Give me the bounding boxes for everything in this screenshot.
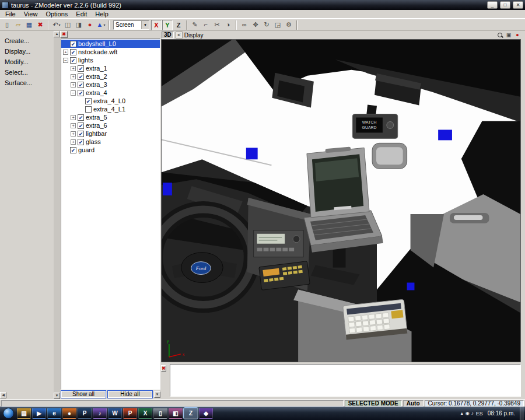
scroll-up-button[interactable]: ▲	[54, 31, 60, 37]
antivirus-tray-icon[interactable]: ◉	[466, 411, 470, 416]
menu-edit[interactable]: Edit	[72, 10, 91, 18]
visibility-checkbox[interactable]	[85, 106, 92, 113]
visibility-checkbox[interactable]: ✔	[78, 65, 84, 72]
visibility-checkbox[interactable]: ✔	[70, 41, 76, 47]
plus-expander-icon[interactable]: +	[71, 123, 76, 128]
clock[interactable]: 08:16 p.m.	[485, 410, 517, 416]
tree-item-extra_4[interactable]: −✔extra_4	[61, 89, 160, 97]
start-button[interactable]	[3, 408, 14, 419]
plus-expander-icon[interactable]: +	[71, 74, 76, 79]
tree-item-nstockade.wft[interactable]: +✔nstockade.wft	[61, 48, 160, 56]
link-icon[interactable]: ∞	[239, 20, 250, 30]
tree-item-bodyshell_L0[interactable]: ✔bodyshell_L0	[61, 40, 160, 48]
rotate-icon[interactable]: ↻	[261, 20, 272, 30]
tree-item-extra_6[interactable]: +✔extra_6	[61, 121, 160, 130]
hidden-icons-chevron[interactable]: ▴	[461, 411, 463, 416]
viewport-canvas[interactable]: WATCH GUARD	[161, 39, 521, 362]
menu-options[interactable]: Options	[41, 10, 72, 18]
delete-icon[interactable]: ✖	[35, 20, 46, 30]
command-display[interactable]: Display...	[0, 46, 54, 57]
open-file-icon[interactable]: ▱	[13, 20, 23, 30]
primitives-icon[interactable]: ▲▾	[96, 20, 106, 30]
command-create[interactable]: Create...	[0, 36, 54, 46]
plus-expander-icon[interactable]: +	[71, 115, 76, 120]
viewport-mode-button[interactable]: 3D	[162, 32, 174, 38]
dropdown-arrow-icon[interactable]: ▾	[59, 23, 61, 27]
scroll-down-button[interactable]: ▼	[54, 393, 60, 399]
tree-item-extra_4_L0[interactable]: ✔extra_4_L0	[61, 97, 160, 105]
taskbar-photoshop-icon[interactable]: P	[78, 408, 92, 419]
plus-expander-icon[interactable]: +	[63, 50, 68, 55]
vertex-edit-icon[interactable]: ✎	[190, 20, 200, 30]
visibility-checkbox[interactable]: ✔	[78, 139, 84, 145]
visibility-checkbox[interactable]: ✔	[70, 57, 76, 64]
tree-item-lightbar[interactable]: +✔lightbar	[61, 130, 160, 138]
plus-expander-icon[interactable]: +	[71, 82, 76, 88]
maximize-button[interactable]: □	[500, 1, 510, 9]
zoom-icon[interactable]	[497, 32, 503, 38]
minimize-button[interactable]: _	[487, 1, 498, 9]
viewport-layout-icon[interactable]: ▣	[505, 32, 512, 38]
tree-item-extra_5[interactable]: +✔extra_5	[61, 113, 160, 121]
measure-icon[interactable]: ⌐	[201, 20, 211, 30]
tree-item-extra_4_L1[interactable]: extra_4_L1	[61, 105, 160, 113]
taskbar-windows-explorer-icon[interactable]: ▤	[17, 408, 31, 419]
menu-help[interactable]: Help	[91, 10, 113, 18]
new-file-icon[interactable]: ▯	[2, 20, 12, 30]
status-auto[interactable]: Auto	[403, 400, 424, 407]
close-bottom-panel-icon[interactable]: ✖	[161, 365, 166, 372]
settings-icon[interactable]: ⚙	[284, 20, 294, 30]
show-desktop-button[interactable]	[520, 407, 524, 420]
taskbar-firefox-icon[interactable]: ●	[62, 408, 76, 419]
commands-scrollbar[interactable]: ▲ ▼	[54, 31, 60, 399]
taskbar-powerpoint-icon[interactable]: P	[123, 408, 137, 419]
visibility-checkbox[interactable]: ✔	[78, 123, 84, 129]
viewport-settings-icon[interactable]: ●	[514, 32, 521, 38]
axis-z-button[interactable]: Z	[173, 20, 184, 30]
move-icon[interactable]: ✥	[250, 20, 261, 30]
axis-y-button[interactable]: Y	[162, 20, 173, 30]
breadcrumb[interactable]: Display	[184, 32, 204, 38]
plus-expander-icon[interactable]: +	[71, 131, 76, 136]
menu-view[interactable]: View	[20, 10, 42, 18]
undo-icon[interactable]: ↶▾	[51, 20, 62, 30]
taskbar-word-icon[interactable]: W	[108, 408, 122, 419]
taskbar-music-player-icon[interactable]: ♪	[93, 408, 107, 419]
projection-combo[interactable]: Screen▾	[113, 20, 149, 30]
show-all-button[interactable]: Show all	[61, 390, 106, 398]
close-button[interactable]: ✕	[513, 1, 523, 9]
tree-item-guard[interactable]: ✔guard	[61, 146, 160, 154]
volume-icon[interactable]: ♪	[471, 411, 474, 416]
hide-all-button[interactable]: Hide all	[107, 390, 153, 398]
3d-scene[interactable]: WATCH GUARD	[162, 40, 520, 362]
material-editor-icon[interactable]: ◨	[74, 20, 84, 30]
taskbar-internet-explorer-icon[interactable]: e	[47, 408, 61, 419]
tree-item-extra_2[interactable]: +✔extra_2	[61, 72, 160, 80]
language-indicator[interactable]: ES	[476, 411, 483, 416]
visibility-checkbox[interactable]: ✔	[78, 131, 84, 137]
visibility-checkbox[interactable]: ✔	[78, 74, 84, 80]
taskbar-excel-icon[interactable]: X	[138, 408, 152, 419]
axis-x-button[interactable]: X	[151, 20, 162, 30]
scale-icon[interactable]: ◲	[272, 20, 283, 30]
close-tree-panel-icon[interactable]: ✖	[60, 31, 68, 38]
tree-item-lights[interactable]: −✔lights	[61, 56, 160, 64]
plus-expander-icon[interactable]: +	[71, 66, 76, 71]
minus-expander-icon[interactable]: −	[71, 90, 76, 96]
panels-icon[interactable]: ◫	[62, 20, 73, 30]
scroll-left-button[interactable]: ◀	[0, 392, 6, 398]
tree-item-extra_3[interactable]: +✔extra_3	[61, 80, 160, 89]
visibility-checkbox[interactable]: ✔	[70, 147, 76, 153]
taskbar-notepad-icon[interactable]: ▯	[153, 408, 167, 419]
visibility-checkbox[interactable]: ✔	[78, 90, 84, 96]
bottom-panel-body[interactable]	[170, 364, 521, 397]
plus-expander-icon[interactable]: +	[71, 139, 76, 145]
command-modify[interactable]: Modify...	[0, 57, 54, 67]
render-icon[interactable]: ●	[85, 20, 95, 30]
command-select[interactable]: Select...	[0, 67, 54, 78]
side-mirror[interactable]	[372, 143, 407, 169]
scene-tree[interactable]: ✔bodyshell_L0+✔nstockade.wft−✔lights+✔ex…	[61, 38, 160, 390]
visibility-checkbox[interactable]: ✔	[78, 114, 84, 121]
menu-file[interactable]: File	[1, 10, 20, 18]
breadcrumb-back-button[interactable]: <	[176, 32, 183, 38]
